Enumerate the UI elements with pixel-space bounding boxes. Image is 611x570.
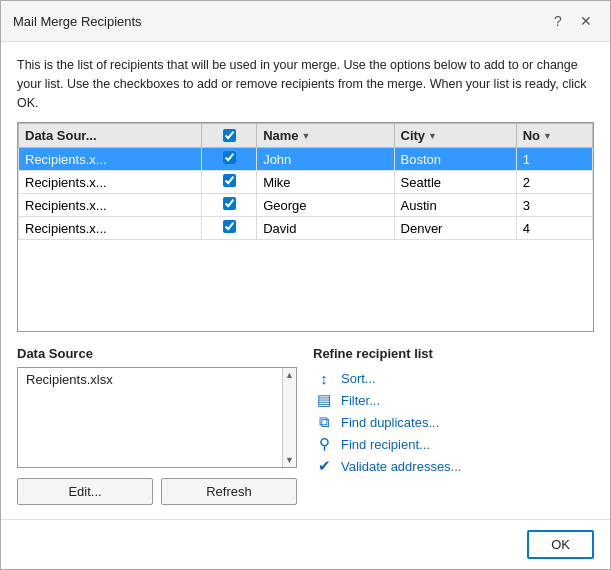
cell-checkbox[interactable] [202, 194, 257, 217]
row-checkbox-1[interactable] [223, 174, 236, 187]
no-sort-arrow: ▼ [543, 131, 552, 141]
table-row[interactable]: Recipients.x... George Austin 3 [19, 194, 593, 217]
title-bar-left: Mail Merge Recipients [13, 14, 142, 29]
refine-link-label-4: Validate addresses... [341, 459, 461, 474]
recipients-table: Data Sour... Name ▼ [18, 123, 593, 240]
refine-icon-0: ↕ [313, 369, 335, 387]
row-checkbox-3[interactable] [223, 220, 236, 233]
refine-link-label-3: Find recipient... [341, 437, 430, 452]
refine-icon-2: ⧉ [313, 413, 335, 431]
title-bar-buttons: ? ✕ [546, 9, 598, 33]
datasource-list-container: Recipients.xlsx ▲ ▼ [17, 367, 297, 468]
dialog-body: This is the list of recipients that will… [1, 42, 610, 519]
datasource-list-item[interactable]: Recipients.xlsx [18, 368, 296, 391]
cell-no: 2 [516, 171, 592, 194]
ok-button[interactable]: OK [527, 530, 594, 559]
cell-no: 3 [516, 194, 592, 217]
data-source-title: Data Source [17, 346, 297, 361]
cell-checkbox[interactable] [202, 217, 257, 240]
refine-icon-4: ✔ [313, 457, 335, 475]
row-checkbox-2[interactable] [223, 197, 236, 210]
refine-link-4[interactable]: ✔ Validate addresses... [313, 455, 594, 477]
refine-link-1[interactable]: ▤ Filter... [313, 389, 594, 411]
help-button[interactable]: ? [546, 9, 570, 33]
description-text: This is the list of recipients that will… [17, 56, 594, 112]
refine-link-3[interactable]: ⚲ Find recipient... [313, 433, 594, 455]
refine-panel: Refine recipient list ↕ Sort... ▤ Filter… [313, 346, 594, 505]
title-bar: Mail Merge Recipients ? ✕ [1, 1, 610, 42]
row-checkbox-0[interactable] [223, 151, 236, 164]
table-header: Data Sour... Name ▼ [19, 124, 593, 148]
datasource-buttons: Edit... Refresh [17, 478, 297, 505]
scroll-up-arrow[interactable]: ▲ [283, 368, 296, 382]
cell-checkbox[interactable] [202, 171, 257, 194]
cell-city: Austin [394, 194, 516, 217]
cell-checkbox[interactable] [202, 148, 257, 171]
header-no[interactable]: No ▼ [516, 124, 592, 148]
table-body: Recipients.x... John Boston 1 Recipients… [19, 148, 593, 240]
cell-city: Boston [394, 148, 516, 171]
table-row[interactable]: Recipients.x... Mike Seattle 2 [19, 171, 593, 194]
header-datasource[interactable]: Data Sour... [19, 124, 202, 148]
header-city[interactable]: City ▼ [394, 124, 516, 148]
cell-datasource: Recipients.x... [19, 148, 202, 171]
close-button[interactable]: ✕ [574, 9, 598, 33]
refine-icon-3: ⚲ [313, 435, 335, 453]
table-row[interactable]: Recipients.x... David Denver 4 [19, 217, 593, 240]
datasource-items: Recipients.xlsx [18, 368, 296, 391]
refine-links: ↕ Sort... ▤ Filter... ⧉ Find duplicates.… [313, 367, 594, 477]
data-source-panel: Data Source Recipients.xlsx ▲ ▼ Edit... … [17, 346, 297, 505]
cell-name: David [257, 217, 394, 240]
refine-link-label-2: Find duplicates... [341, 415, 439, 430]
cell-datasource: Recipients.x... [19, 171, 202, 194]
dialog-footer: OK [1, 519, 610, 569]
cell-city: Denver [394, 217, 516, 240]
header-checkbox-input[interactable] [223, 129, 236, 142]
cell-datasource: Recipients.x... [19, 217, 202, 240]
cell-city: Seattle [394, 171, 516, 194]
table-row[interactable]: Recipients.x... John Boston 1 [19, 148, 593, 171]
refine-link-0[interactable]: ↕ Sort... [313, 367, 594, 389]
refine-link-2[interactable]: ⧉ Find duplicates... [313, 411, 594, 433]
cell-no: 1 [516, 148, 592, 171]
refine-title: Refine recipient list [313, 346, 594, 361]
scroll-down-arrow[interactable]: ▼ [283, 453, 296, 467]
refine-link-label-1: Filter... [341, 393, 380, 408]
header-checkbox[interactable] [202, 124, 257, 148]
recipients-table-container: Data Sour... Name ▼ [17, 122, 594, 332]
cell-name: Mike [257, 171, 394, 194]
dialog-title: Mail Merge Recipients [13, 14, 142, 29]
cell-name: George [257, 194, 394, 217]
city-sort-arrow: ▼ [428, 131, 437, 141]
refresh-button[interactable]: Refresh [161, 478, 297, 505]
bottom-section: Data Source Recipients.xlsx ▲ ▼ Edit... … [17, 346, 594, 505]
edit-button[interactable]: Edit... [17, 478, 153, 505]
header-name[interactable]: Name ▼ [257, 124, 394, 148]
scrollbar[interactable]: ▲ ▼ [282, 368, 296, 467]
cell-name: John [257, 148, 394, 171]
refine-link-label-0: Sort... [341, 371, 376, 386]
cell-datasource: Recipients.x... [19, 194, 202, 217]
name-sort-arrow: ▼ [302, 131, 311, 141]
refine-icon-1: ▤ [313, 391, 335, 409]
mail-merge-dialog: Mail Merge Recipients ? ✕ This is the li… [0, 0, 611, 570]
cell-no: 4 [516, 217, 592, 240]
